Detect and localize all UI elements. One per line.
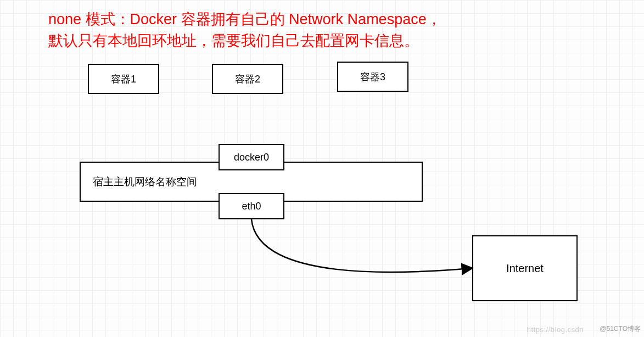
docker0-interface-box: docker0	[219, 144, 284, 170]
internet-label: Internet	[506, 262, 544, 275]
container-1-label: 容器1	[111, 73, 136, 86]
container-2-label: 容器2	[235, 73, 260, 86]
eth0-label: eth0	[242, 201, 261, 212]
title-line2: 默认只有本地回环地址，需要我们自己去配置网卡信息。	[48, 32, 419, 49]
title-line1: none 模式：Docker 容器拥有自己的 Network Namespace…	[48, 11, 441, 27]
docker0-label: docker0	[234, 152, 269, 163]
eth0-interface-box: eth0	[219, 193, 284, 219]
watermark-csdn: https://blog.csdn	[527, 325, 584, 334]
watermark-51cto: @51CTO博客	[600, 324, 641, 334]
internet-box: Internet	[472, 235, 578, 301]
diagram-title: none 模式：Docker 容器拥有自己的 Network Namespace…	[48, 9, 586, 52]
host-namespace-label: 宿主主机网络名称空间	[93, 175, 197, 189]
container-2-box: 容器2	[212, 64, 283, 94]
container-3-box: 容器3	[337, 62, 408, 92]
container-1-box: 容器1	[88, 64, 159, 94]
container-3-label: 容器3	[360, 70, 385, 84]
